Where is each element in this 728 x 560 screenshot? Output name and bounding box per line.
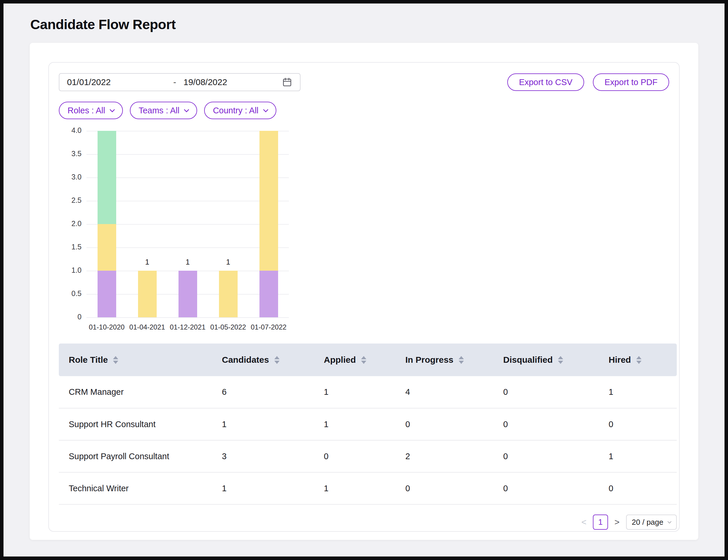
- y-axis-tick-label: 4.0: [59, 126, 82, 135]
- filter-roles-label: Roles : All: [68, 106, 105, 115]
- cell-role-title: CRM Manager: [59, 376, 222, 408]
- page-size-select[interactable]: 20 / page: [626, 515, 677, 530]
- table-header-row: Role Title Candidates Applied In Progres…: [59, 344, 677, 376]
- chevron-down-icon: [184, 107, 189, 112]
- chart-plot-area: 111: [87, 131, 289, 317]
- bar-value-label: 1: [168, 258, 208, 267]
- bar-segment-green-segment: [98, 131, 116, 224]
- toolbar: 01/01/2022 - 19/08/2022 Export to CSV Ex…: [59, 73, 669, 91]
- cell-role-title: Support HR Consultant: [59, 408, 222, 440]
- column-header-in-progress[interactable]: In Progress: [405, 344, 503, 376]
- bar-segment-purple-segment: [260, 271, 278, 317]
- bar-segment-yellow-segment: [98, 224, 116, 271]
- gridline: [87, 317, 289, 318]
- column-label: Disqualified: [503, 355, 553, 365]
- cell-in-progress: 2: [405, 440, 503, 472]
- table-row: Support Payroll Consultant 3 0 2 0 1: [59, 440, 677, 472]
- bar-01-07-2022[interactable]: [260, 131, 278, 317]
- x-axis-tick-label: 01-07-2022: [249, 323, 289, 331]
- y-axis-tick-label: 2.0: [59, 219, 82, 228]
- cell-hired: 1: [609, 440, 677, 472]
- date-range-picker[interactable]: 01/01/2022 - 19/08/2022: [59, 73, 301, 91]
- y-axis-tick-label: 2.5: [59, 196, 82, 205]
- cell-in-progress: 0: [405, 472, 503, 504]
- bar-01-12-2021[interactable]: [179, 131, 197, 317]
- cell-disqualified: 0: [503, 472, 609, 504]
- date-end-value[interactable]: 19/08/2022: [184, 77, 282, 87]
- previous-page-button[interactable]: <: [581, 517, 587, 527]
- sort-icon[interactable]: [636, 356, 641, 364]
- candidate-flow-table: Role Title Candidates Applied In Progres…: [59, 344, 677, 505]
- cell-role-title: Support Payroll Consultant: [59, 440, 222, 472]
- filter-teams[interactable]: Teams : All: [130, 102, 197, 119]
- chevron-down-icon: [110, 107, 115, 112]
- column-header-disqualified[interactable]: Disqualified: [503, 344, 609, 376]
- date-start-value[interactable]: 01/01/2022: [67, 77, 166, 87]
- report-panel: 01/01/2022 - 19/08/2022 Export to CSV Ex…: [48, 62, 680, 532]
- y-axis-tick-label: 0: [59, 313, 82, 321]
- column-label: Hired: [609, 355, 631, 365]
- cell-candidates: 6: [222, 376, 324, 408]
- calendar-icon[interactable]: [282, 77, 292, 87]
- column-header-role-title[interactable]: Role Title: [59, 344, 222, 376]
- cell-in-progress: 0: [405, 408, 503, 440]
- table-row: Technical Writer 1 1 0 0 0: [59, 472, 677, 504]
- pagination: < 1 > 20 / page: [59, 515, 677, 530]
- page-size-value: 20 / page: [632, 518, 663, 527]
- x-axis-tick-label: 01-10-2020: [87, 323, 127, 331]
- sort-icon[interactable]: [113, 356, 118, 364]
- sort-icon[interactable]: [274, 356, 280, 364]
- table-row: CRM Manager 6 1 4 0 1: [59, 376, 677, 408]
- report-card: 01/01/2022 - 19/08/2022 Export to CSV Ex…: [30, 43, 698, 540]
- cell-role-title: Technical Writer: [59, 472, 222, 504]
- column-label: In Progress: [405, 355, 453, 365]
- column-label: Candidates: [222, 355, 269, 365]
- cell-candidates: 1: [222, 408, 324, 440]
- y-axis-tick-label: 3.5: [59, 149, 82, 158]
- y-axis-tick-label: 3.0: [59, 173, 82, 181]
- sort-icon[interactable]: [459, 356, 464, 364]
- bar-value-label: 1: [127, 258, 168, 267]
- cell-disqualified: 0: [503, 376, 609, 408]
- page-title: Candidate Flow Report: [30, 16, 725, 32]
- x-axis-tick-label: 01-12-2021: [168, 323, 208, 331]
- bar-segment-yellow-segment: [260, 131, 278, 271]
- cell-hired: 0: [609, 408, 677, 440]
- filters-row: Roles : All Teams : All Country : All: [59, 102, 669, 119]
- bar-01-04-2021[interactable]: [138, 131, 157, 317]
- filter-roles[interactable]: Roles : All: [59, 102, 123, 119]
- sort-icon[interactable]: [361, 356, 366, 364]
- y-axis-tick-label: 1.0: [59, 266, 82, 274]
- cell-applied: 1: [324, 376, 405, 408]
- candidate-flow-chart: 111 4.03.53.02.52.01.51.00.5001-10-20200…: [59, 128, 321, 332]
- column-header-candidates[interactable]: Candidates: [222, 344, 324, 376]
- column-header-hired[interactable]: Hired: [609, 344, 677, 376]
- x-axis-tick-label: 01-05-2022: [208, 323, 249, 331]
- bar-01-10-2020[interactable]: [98, 131, 116, 317]
- bar-01-05-2022[interactable]: [219, 131, 238, 317]
- column-label: Role Title: [69, 355, 108, 365]
- filter-country-label: Country : All: [213, 106, 258, 115]
- bar-segment-yellow-segment: [219, 271, 238, 317]
- column-label: Applied: [324, 355, 356, 365]
- cell-in-progress: 4: [405, 376, 503, 408]
- column-header-applied[interactable]: Applied: [324, 344, 405, 376]
- cell-applied: 1: [324, 408, 405, 440]
- page-number-button[interactable]: 1: [593, 515, 608, 530]
- filter-country[interactable]: Country : All: [204, 102, 276, 119]
- chevron-down-icon: [667, 520, 671, 524]
- cell-hired: 1: [609, 376, 677, 408]
- export-buttons: Export to CSV Export to PDF: [507, 73, 669, 91]
- bar-segment-purple-segment: [98, 271, 116, 317]
- x-axis-tick-label: 01-04-2021: [127, 323, 168, 331]
- cell-applied: 0: [324, 440, 405, 472]
- cell-hired: 0: [609, 472, 677, 504]
- sort-icon[interactable]: [558, 356, 563, 364]
- next-page-button[interactable]: >: [614, 517, 620, 527]
- cell-disqualified: 0: [503, 440, 609, 472]
- bar-value-label: 1: [208, 258, 249, 267]
- export-pdf-button[interactable]: Export to PDF: [593, 73, 669, 91]
- date-separator: -: [166, 77, 184, 87]
- cell-candidates: 1: [222, 472, 324, 504]
- export-csv-button[interactable]: Export to CSV: [507, 73, 584, 91]
